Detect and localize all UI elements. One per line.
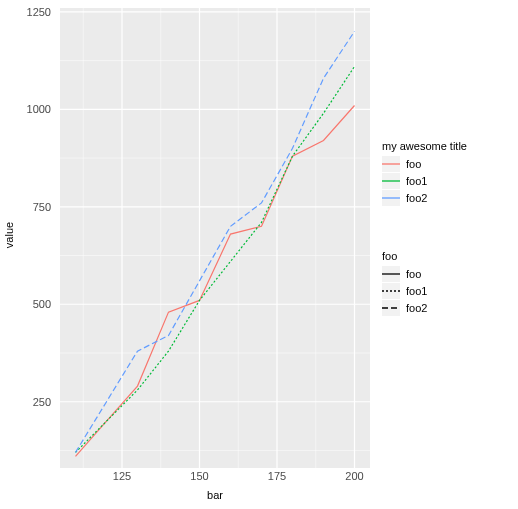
plot-panel [60, 8, 370, 468]
legend-label: foo2 [406, 302, 427, 314]
y-tick-label: 1000 [1, 103, 51, 115]
legend-key-icon [382, 283, 400, 299]
legend-label: foo2 [406, 192, 427, 204]
legend-linetype-item: foo1 [382, 283, 512, 299]
x-tick-label: 125 [113, 470, 131, 482]
plot-svg [60, 8, 370, 468]
y-tick-label: 500 [1, 298, 51, 310]
series-foo2 [76, 31, 355, 452]
legend-linetype-item: foo2 [382, 300, 512, 316]
y-tick-label: 750 [1, 201, 51, 213]
legend-key-icon [382, 266, 400, 282]
legend-linetype: foo foofoo1foo2 [382, 250, 512, 317]
legend-label: foo1 [406, 175, 427, 187]
legend-key-icon [382, 300, 400, 316]
y-tick-label: 1250 [1, 6, 51, 18]
x-tick-label: 175 [268, 470, 286, 482]
series-foo1 [76, 67, 355, 453]
legend-key-icon [382, 156, 400, 172]
legend-linetype-items: foofoo1foo2 [382, 266, 512, 316]
y-axis-ticks: 25050075010001250 [0, 8, 55, 468]
legend-color: my awesome title foofoo1foo2 [382, 140, 512, 207]
x-axis-ticks: 125150175200 [60, 470, 370, 486]
legend-label: foo [406, 158, 421, 170]
x-tick-label: 150 [190, 470, 208, 482]
legend-key-icon [382, 173, 400, 189]
legend-key-icon [382, 190, 400, 206]
legend-color-item: foo2 [382, 190, 512, 206]
legend-color-item: foo1 [382, 173, 512, 189]
legend-label: foo1 [406, 285, 427, 297]
legend-label: foo [406, 268, 421, 280]
legend-color-item: foo [382, 156, 512, 172]
legend-color-items: foofoo1foo2 [382, 156, 512, 206]
legend-linetype-item: foo [382, 266, 512, 282]
legend-color-title: my awesome title [382, 140, 512, 152]
chart-container: value 25050075010001250 125150175200 bar… [0, 0, 518, 509]
x-axis-title: bar [60, 489, 370, 501]
x-tick-label: 200 [345, 470, 363, 482]
y-tick-label: 250 [1, 396, 51, 408]
legend-linetype-title: foo [382, 250, 512, 262]
